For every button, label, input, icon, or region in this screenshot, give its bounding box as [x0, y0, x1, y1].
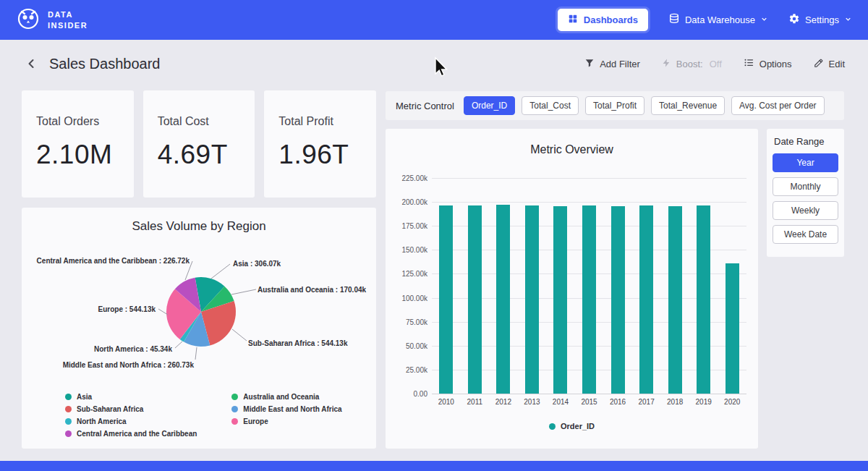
bar-2017: [639, 205, 653, 394]
y-axis-tick: 200.00k: [388, 198, 427, 206]
pie-leader-line: [232, 329, 247, 341]
legend-column: Australia and OceaniaMiddle East and Nor…: [231, 393, 341, 438]
options-list-icon: [744, 57, 754, 70]
bar-series: [432, 178, 746, 394]
pie-label: Middle East and North Africa : 260.73k: [22, 361, 194, 369]
metric-button-total-cost[interactable]: Total_Cost: [522, 96, 579, 115]
app-window: DATA INSIDER Dashboards: [0, 0, 868, 471]
pie-legend: AsiaSub-Saharan AfricaNorth AmericaCentr…: [22, 393, 376, 438]
y-axis-tick: 50.00k: [388, 341, 427, 349]
dashboards-button[interactable]: Dashboards: [558, 9, 648, 31]
options-button[interactable]: Options: [744, 57, 792, 70]
brand: DATA INSIDER: [16, 7, 88, 34]
metric-button-order-id[interactable]: Order_ID: [464, 96, 515, 115]
date-range-title: Date Range: [773, 136, 838, 147]
pie-label: Europe : 544.13k: [22, 305, 156, 313]
edit-button[interactable]: Edit: [814, 58, 845, 70]
pie-leader-line: [231, 289, 256, 294]
bar-chart-title: Metric Overview: [386, 143, 758, 156]
pie-chart-title: Sales Volume by Region: [22, 219, 376, 234]
pie-label: Sub-Saharan Africa : 544.13k: [248, 339, 347, 347]
legend-dot: [231, 394, 238, 400]
x-axis-label: 2012: [489, 398, 518, 406]
legend-dot: [549, 423, 556, 430]
bar-column: [632, 178, 661, 394]
kpi-card-total-cost: Total Cost4.69T: [143, 90, 255, 198]
legend-column: AsiaSub-Saharan AfricaNorth AmericaCentr…: [65, 393, 197, 438]
bar-chart-legend: Order_ID: [386, 422, 758, 430]
x-axis-label: 2013: [518, 398, 547, 406]
boost-status: Off: [710, 59, 722, 69]
metric-button-total-profit[interactable]: Total_Profit: [585, 96, 644, 115]
bar-2019: [697, 205, 710, 394]
legend-dot: [231, 406, 238, 412]
y-axis-tick: 75.00k: [388, 318, 427, 326]
x-axis-label: 2017: [632, 398, 661, 406]
boost-bolt-icon: [662, 58, 671, 70]
add-filter-button[interactable]: Add Filter: [584, 58, 640, 70]
legend-item-sub-saharan-africa: Sub-Saharan Africa: [65, 405, 197, 413]
pie-label: North America : 45.34k: [22, 345, 172, 353]
metric-control-buttons: Order_IDTotal_CostTotal_ProfitTotal_Reve…: [464, 96, 825, 115]
y-axis-tick: 125.00k: [388, 270, 427, 278]
y-axis-tick: 100.00k: [388, 294, 427, 302]
date-button-monthly[interactable]: Monthly: [773, 177, 838, 196]
pie-label: Central America and the Caribbean : 226.…: [22, 257, 190, 265]
boost-toggle[interactable]: Boost: Off: [662, 58, 722, 70]
settings-label: Settings: [805, 14, 839, 25]
legend-label: Sub-Saharan Africa: [77, 405, 143, 413]
pie-leader-line: [175, 341, 182, 348]
metric-button-avg-cost-per-order[interactable]: Avg. Cost per Order: [731, 96, 825, 115]
metric-button-total-revenue[interactable]: Total_Revenue: [651, 96, 725, 115]
footer-bar: [0, 461, 868, 471]
metric-control-label: Metric Control: [396, 101, 454, 111]
legend-label: Europe: [243, 417, 268, 425]
bar-column: [461, 178, 490, 394]
bar-column: [489, 178, 518, 394]
date-button-week-date[interactable]: Week Date: [773, 225, 838, 244]
x-axis-label: 2019: [689, 398, 718, 406]
legend-dot: [65, 394, 72, 400]
pie-label: Asia : 306.07k: [233, 260, 281, 268]
x-axis-label: 2018: [660, 398, 689, 406]
x-axis-label: 2010: [432, 398, 461, 406]
page-header: Sales Dashboard Add Filter Boost: Off: [0, 40, 868, 88]
legend-dot: [65, 430, 72, 437]
y-axis-tick: 25.00k: [388, 365, 427, 373]
legend-item-middle-east-and-north-africa: Middle East and North Africa: [231, 405, 341, 413]
date-range-card: Date Range YearMonthlyWeeklyWeek Date: [767, 129, 844, 257]
date-range-buttons: YearMonthlyWeeklyWeek Date: [773, 153, 838, 244]
pie-leader-line: [211, 264, 230, 279]
legend-item-europe: Europe: [231, 417, 341, 425]
date-button-weekly[interactable]: Weekly: [773, 201, 838, 220]
pie-chart: Central America and the Caribbean : 226.…: [22, 238, 376, 383]
legend-item-central-america-and-the-caribbean: Central America and the Caribbean: [65, 430, 197, 438]
settings-menu[interactable]: Settings: [788, 13, 852, 27]
date-button-year[interactable]: Year: [773, 153, 838, 172]
gridline: [432, 394, 746, 394]
legend-item-australia-and-oceania: Australia and Oceania: [231, 393, 341, 401]
pie-card: Sales Volume by Region Central America a…: [22, 208, 376, 449]
bar-column: [660, 178, 689, 394]
kpi-card-total-profit: Total Profit1.96T: [264, 90, 376, 198]
chevron-down-icon: [844, 14, 852, 25]
legend-label: Asia: [77, 393, 92, 401]
gear-icon: [788, 13, 800, 27]
data-warehouse-label: Data Warehouse: [685, 14, 755, 25]
kpi-value: 4.69T: [158, 140, 241, 170]
bar-2020: [726, 263, 739, 394]
metric-control-bar: Metric Control Order_IDTotal_CostTotal_P…: [386, 91, 844, 120]
pie-label: Australia and Oceania : 170.04k: [258, 286, 366, 294]
bar-2018: [668, 206, 682, 394]
x-axis-label: 2015: [575, 398, 604, 406]
legend-dot: [65, 418, 72, 425]
kpi-label: Total Cost: [158, 115, 241, 128]
data-warehouse-menu[interactable]: Data Warehouse: [668, 13, 768, 27]
back-button[interactable]: [23, 56, 39, 72]
bar-2013: [525, 205, 539, 394]
legend-label: North America: [77, 417, 127, 425]
y-axis-tick: 150.00k: [388, 246, 427, 254]
bar-2012: [496, 205, 510, 394]
bar-2010: [439, 205, 453, 394]
kpi-card-total-orders: Total Orders2.10M: [22, 90, 134, 198]
